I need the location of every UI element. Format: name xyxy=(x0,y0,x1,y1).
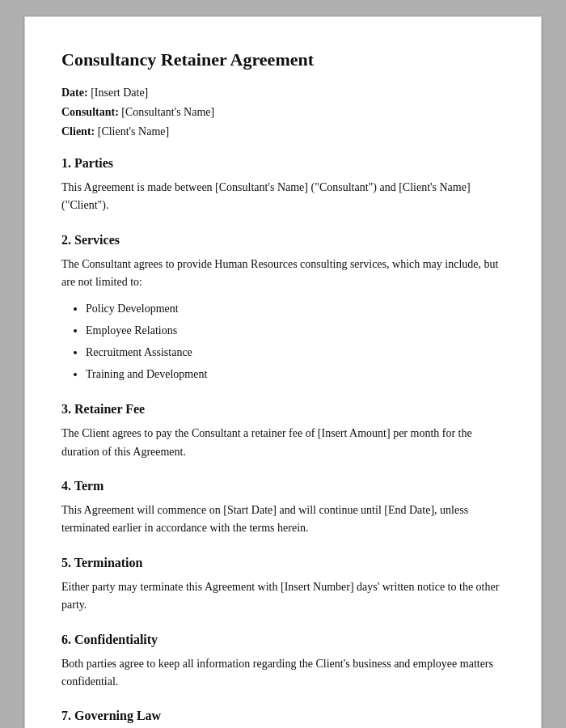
section-body-services: The Consultant agrees to provide Human R… xyxy=(61,256,505,292)
consultant-field: Consultant: [Consultant's Name] xyxy=(61,106,505,119)
section-body-confidentiality: Both parties agree to keep all informati… xyxy=(61,655,505,692)
section-heading-parties: 1. Parties xyxy=(61,156,505,171)
section-body-parties: This Agreement is made between [Consulta… xyxy=(61,179,505,215)
client-value: [Client's Name] xyxy=(98,125,169,138)
section-body-term: This Agreement will commence on [Start D… xyxy=(61,502,505,538)
section-heading-term: 4. Term xyxy=(61,479,505,493)
list-item: Training and Development xyxy=(86,364,505,384)
section-term: 4. TermThis Agreement will commence on [… xyxy=(61,479,505,538)
document-title: Consultancy Retainer Agreement xyxy=(61,49,505,70)
section-heading-confidentiality: 6. Confidentiality xyxy=(61,633,505,647)
date-field: Date: [Insert Date] xyxy=(61,87,505,99)
section-services: 2. ServicesThe Consultant agrees to prov… xyxy=(61,233,505,385)
section-heading-services: 2. Services xyxy=(61,233,505,248)
section-body-retainer-fee: The Client agrees to pay the Consultant … xyxy=(61,425,505,461)
section-termination: 5. TerminationEither party may terminate… xyxy=(61,556,505,615)
section-heading-governing-law: 7. Governing Law xyxy=(61,709,505,723)
list-item: Policy Development xyxy=(86,298,505,319)
sections-container: 1. PartiesThis Agreement is made between… xyxy=(61,156,505,723)
section-confidentiality: 6. ConfidentialityBoth parties agree to … xyxy=(61,633,505,692)
date-label: Date: xyxy=(61,87,88,99)
consultant-value: [Consultant's Name] xyxy=(121,106,214,118)
list-item: Employee Relations xyxy=(86,320,505,341)
date-value: [Insert Date] xyxy=(91,87,148,99)
document-container: Consultancy Retainer Agreement Date: [In… xyxy=(24,16,542,728)
section-body-termination: Either party may terminate this Agreemen… xyxy=(61,578,505,615)
section-parties: 1. PartiesThis Agreement is made between… xyxy=(61,156,505,215)
list-item: Recruitment Assistance xyxy=(86,342,505,362)
section-list-services: Policy DevelopmentEmployee RelationsRecr… xyxy=(86,298,505,385)
section-governing-law: 7. Governing Law xyxy=(61,709,505,723)
client-label: Client: xyxy=(61,125,95,138)
consultant-label: Consultant: xyxy=(61,106,119,118)
client-field: Client: [Client's Name] xyxy=(61,125,505,138)
section-heading-termination: 5. Termination xyxy=(61,556,505,570)
section-heading-retainer-fee: 3. Retainer Fee xyxy=(61,402,505,417)
section-retainer-fee: 3. Retainer FeeThe Client agrees to pay … xyxy=(61,402,505,461)
